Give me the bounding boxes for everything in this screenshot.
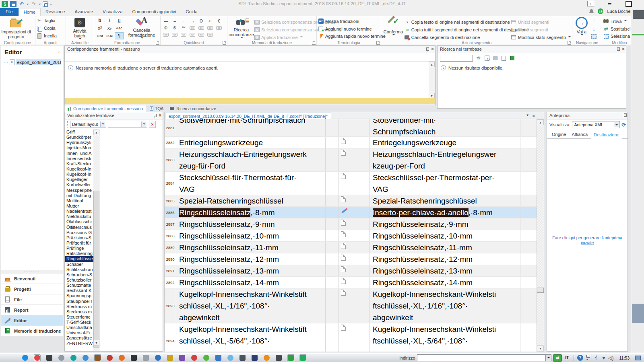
source-cell[interactable]: Steckschlüssel·für·Thermostat·für·VAG xyxy=(176,172,326,195)
taskbar-app-icon[interactable] xyxy=(251,354,258,361)
segment-row-2886[interactable]: 2886Ringschlüsseleinsatz,·8·mmInserto·pe… xyxy=(165,207,537,218)
ribbon-tab-file[interactable]: File xyxy=(0,8,19,16)
term-list-item[interactable]: Universal-Er xyxy=(65,330,93,335)
term-list-item[interactable]: Kraft-Steckn xyxy=(65,161,93,167)
term-list-item[interactable]: Staubpinsel r xyxy=(65,299,93,304)
term-list-item[interactable]: Nadelentrost xyxy=(65,209,93,214)
segment-row-2894[interactable]: 2894Kugelkopf-Innensechskant-Winkelstift… xyxy=(165,323,537,352)
collapse-panel-icon[interactable]: ‹ xyxy=(58,50,60,54)
target-cell[interactable]: Ringschlüsseleinsatz,·11·mm xyxy=(370,242,520,253)
quickinsert-char-button[interactable]: O xyxy=(197,18,205,24)
pin-icon[interactable] xyxy=(617,47,619,51)
close-document-icon[interactable]: × xyxy=(533,113,535,118)
term-list-item[interactable]: Spannungsp xyxy=(65,293,93,298)
address-input[interactable] xyxy=(417,354,546,361)
source-cell[interactable]: Ringschlüsseleinsatz,·12·mm xyxy=(176,253,326,265)
term-list-item[interactable]: Kugellager xyxy=(65,177,93,182)
quickinsert-char-button[interactable]: ¬ xyxy=(188,18,196,24)
term-list-icon[interactable] xyxy=(502,56,506,61)
target-cell[interactable]: Inserto·per·chiave·ad·anello,·8·mm xyxy=(370,207,520,218)
term-list-item[interactable]: Messperiphe xyxy=(65,188,93,193)
ribbon-tab-visualizza[interactable]: Visualizza xyxy=(98,8,127,16)
search-document-icon[interactable] xyxy=(485,56,489,61)
cut-button[interactable]: ✂Taglia xyxy=(37,17,56,24)
taskbar-app-icon[interactable] xyxy=(191,354,198,361)
source-cell[interactable]: Ringschlüsseleinsatz,·14·mm xyxy=(176,277,326,288)
merge-segments-button[interactable]: Unisci segmenti xyxy=(511,19,571,26)
tab-fragment-matches[interactable]: Corrispondenze frammenti - nessuno xyxy=(64,105,146,112)
panel-splitter[interactable]: ········· xyxy=(1,270,63,273)
azioni-segmento-dialog-launcher[interactable] xyxy=(568,41,571,45)
taskbar-app-icon[interactable] xyxy=(275,354,282,361)
pin-icon[interactable] xyxy=(426,47,429,51)
term-list-item[interactable]: Schutzmatte xyxy=(65,283,93,288)
quickinsert-tag-button[interactable] xyxy=(206,31,214,38)
source-cell[interactable]: Ringschlüsseleinsatz,·9·mm xyxy=(176,218,326,230)
find-button[interactable]: Trova xyxy=(603,18,627,25)
quickinsert-tag-button[interactable] xyxy=(162,31,170,38)
term-list-item[interactable]: Steuerrieme xyxy=(65,315,93,320)
ribbon-tab-componenti-aggiuntivi[interactable]: Componenti aggiuntivi xyxy=(127,8,181,16)
copy-button[interactable]: Copia xyxy=(37,25,56,32)
source-cell[interactable]: Heizungsschlauch-Entriegelungswerkzeug·f… xyxy=(176,148,326,171)
term-list-item[interactable]: Innen- und A xyxy=(65,151,93,156)
segment-row-2890[interactable]: 2890Ringschlüsseleinsatz,·12·mmRingschlü… xyxy=(165,253,537,265)
show-desktop-button[interactable] xyxy=(635,356,641,360)
close-icon[interactable]: × xyxy=(431,47,434,51)
term-list-item[interactable]: Stecknuss m xyxy=(65,309,93,315)
term-list-item[interactable]: Stecknuss m xyxy=(65,304,93,309)
ribbon-tab-home[interactable]: Home xyxy=(19,8,41,16)
quickinsert-char-button[interactable]: © xyxy=(162,25,170,31)
segment-row-2887[interactable]: 2887Ringschlüsseleinsatz,·9·mmRingschlüs… xyxy=(165,218,537,230)
go-to-button[interactable]: → Vai a xyxy=(574,17,590,39)
term-list-scrollbar[interactable]: ▲ ▼ xyxy=(93,130,100,351)
term-list-item[interactable]: Innensechsk xyxy=(65,156,93,161)
nav-item-file[interactable]: File xyxy=(1,294,63,304)
term-list-item[interactable]: Sechskant-K xyxy=(65,288,93,293)
layout-combo[interactable]: Default layout xyxy=(70,121,106,128)
batch-tasks-button[interactable]: ⚙ Attività batch xyxy=(67,17,92,39)
nav-item-progetti[interactable]: Progetti xyxy=(1,284,63,294)
term-list-item[interactable]: Kugelkopf-In xyxy=(65,172,93,177)
pin-icon[interactable] xyxy=(153,113,156,118)
quickinsert-tag-button[interactable] xyxy=(171,31,179,38)
close-icon[interactable]: × xyxy=(622,47,625,51)
taskbar-app-icon[interactable] xyxy=(46,354,53,361)
taskbar-app-icon[interactable] xyxy=(82,354,89,361)
tab-concordance-search[interactable]: Ricerca concordanze xyxy=(167,105,219,112)
tab-origine[interactable]: Origine xyxy=(549,131,568,138)
segment-row-2885[interactable]: 2885Spezial-RatschenringschlüsselSpezial… xyxy=(165,195,537,207)
pin-icon[interactable] xyxy=(623,113,626,117)
bold-button[interactable]: b xyxy=(95,17,104,24)
taskbar-app-icon[interactable] xyxy=(299,354,306,361)
taskbar-app-icon[interactable] xyxy=(167,354,173,361)
italic-button[interactable]: i xyxy=(105,17,114,24)
quickinsert-tag-button[interactable] xyxy=(197,31,205,38)
taskbar-app-icon[interactable] xyxy=(22,354,29,361)
target-cell[interactable]: Ringschlüsseleinsatz,·12·mm xyxy=(370,253,520,265)
document-tree-item[interactable]: ··· export_sortiment_2018.0 xyxy=(3,59,62,66)
target-cell[interactable]: Ringschlüsseleinsatz,·9·mm xyxy=(370,218,520,230)
confirm-button[interactable]: ✓ Conferma xyxy=(382,17,404,39)
tab-tqa[interactable]: 3TQA xyxy=(147,105,167,112)
scroll-up-button[interactable]: ▲ xyxy=(93,130,99,135)
quickinsert-char-button[interactable]: · xyxy=(180,18,188,24)
show-translations-button[interactable]: AzMostra traduzioni xyxy=(318,18,359,25)
rlm-button[interactable]: RLM xyxy=(105,32,114,39)
taskbar-app-icon[interactable] xyxy=(94,354,101,361)
term-list-item[interactable]: Ratschenring xyxy=(65,251,93,256)
target-cell[interactable]: Entriegelungswerkzeuge xyxy=(370,137,520,148)
quickinsert-char-button[interactable]: € xyxy=(215,18,223,24)
formattazione-dialog-launcher[interactable] xyxy=(156,41,159,45)
fragment-panel-scrollbar[interactable]: ▲ ▼ xyxy=(429,62,435,99)
termbase-search-input[interactable] xyxy=(440,55,473,62)
copy-source-to-target-button[interactable]: ›Copia testo di origine nei segmenti di … xyxy=(404,19,511,26)
lrm-button[interactable]: LRM xyxy=(95,32,104,39)
term-list-item[interactable]: Griff xyxy=(65,130,93,135)
change-case-button[interactable]: Aac xyxy=(115,25,124,32)
user-name[interactable]: Luca Boches xyxy=(607,9,633,14)
ribbon-tab-revisione[interactable]: Revisione xyxy=(41,8,70,16)
taskbar-app-icon[interactable] xyxy=(287,354,294,361)
source-cell[interactable]: Kugelkopf-Innensechskant-Winkelstiftschl… xyxy=(176,323,326,352)
target-cell[interactable]: Steckschlüssel·per·Thermostat·per·VAG xyxy=(370,172,520,195)
